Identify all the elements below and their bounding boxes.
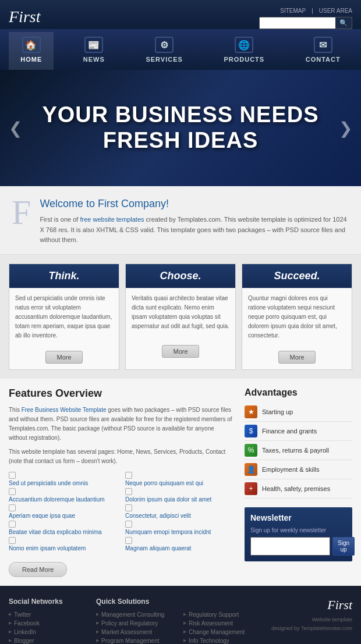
advantages-section: Advantages ★ Starting up $ Finance and g… xyxy=(245,387,352,499)
footer-col3-list: Regulatory Support Risk Assessment Chang… xyxy=(183,611,265,644)
sitemap-link[interactable]: SITEMAP xyxy=(280,8,306,14)
list-item: Nomo enim ipsam voluptatem xyxy=(9,537,116,552)
advantage-label: Taxes, returns & payroll xyxy=(262,447,329,454)
features-template-link[interactable]: Free Business Website Template xyxy=(22,407,107,413)
health-icon: + xyxy=(245,482,257,495)
features-list: Sed ut perspiciatis unde omnis Neque por… xyxy=(9,472,233,552)
nav-services[interactable]: ⚙ SERVICES xyxy=(134,32,194,70)
nav-services-label: SERVICES xyxy=(146,56,182,63)
newsletter-email-input[interactable] xyxy=(250,537,330,556)
header: First SITEMAP | USER AREA 🔍 xyxy=(0,0,361,29)
box-succeed-footer: More xyxy=(242,346,352,369)
list-item: Consectetur, adipisci velit xyxy=(125,504,233,519)
advantage-item: + Health, safety, premises xyxy=(245,479,352,499)
list-item: Dolorim ipsum quia dolor sit amet xyxy=(125,488,233,503)
welcome-content: Welcome to First Company! First is one o… xyxy=(40,198,349,245)
box-succeed-header: Succeed. xyxy=(242,264,352,288)
newsletter-body: Sign up for weekly newsletter xyxy=(250,527,346,533)
list-item: Market Assessment xyxy=(96,629,178,635)
search-button[interactable]: 🔍 xyxy=(335,17,352,29)
newsletter-form: Sign up xyxy=(250,537,346,556)
box-choose-footer: More xyxy=(126,340,235,364)
list-item: Info Technology xyxy=(183,638,265,644)
nav-home[interactable]: 🏠 HOME xyxy=(9,32,54,70)
welcome-decorative-letter: F xyxy=(12,195,31,230)
list-item: Risk Assessment xyxy=(183,620,265,627)
user-area-link[interactable]: USER AREA xyxy=(319,8,352,14)
list-item: Management Consulting xyxy=(96,611,178,618)
list-item: Twitter xyxy=(9,611,90,618)
hero-text: YOUR BUSINESS NEEDS FRESH IDEAS xyxy=(42,102,318,153)
box-think-more-button[interactable]: More xyxy=(45,351,82,364)
starting-up-icon: ★ xyxy=(245,405,257,418)
contact-icon: ✉ xyxy=(314,37,332,53)
footer-quick-title: Quick Solutions xyxy=(96,597,178,606)
list-item: Neque porro quisquam est qui xyxy=(125,472,233,486)
advantage-label: Health, safety, premises xyxy=(262,485,330,492)
read-more-button[interactable]: Read More xyxy=(9,562,67,577)
template-monster-link[interactable]: designed by TemplateMonster.com xyxy=(271,625,352,631)
list-item: Policy and Regulatory xyxy=(96,620,178,627)
box-think-footer: More xyxy=(9,346,119,369)
finance-icon: $ xyxy=(245,425,257,437)
box-think: Think. Sed ut perspiciatis unde omnis is… xyxy=(9,264,119,370)
box-choose: Choose. Veritatis quasi architecto beata… xyxy=(125,264,236,370)
footer: Social Networks Twitter Facebook LinkedI… xyxy=(0,586,361,644)
welcome-title: Welcome to First Company! xyxy=(40,198,349,210)
newsletter-section: Newsletter Sign up for weekly newsletter… xyxy=(245,507,352,561)
list-item: Numquam emopi tempora incidnt xyxy=(125,521,233,535)
linkedin-link[interactable]: LinkedIn xyxy=(14,629,36,635)
features-title: Features Overview xyxy=(9,387,233,400)
list-item: Sed ut perspiciatis unde omnis xyxy=(9,472,116,486)
nav-products-label: PRODUCTS xyxy=(224,56,264,63)
footer-quick-list: Management Consulting Policy and Regulat… xyxy=(96,611,178,644)
blogger-link[interactable]: Blogger xyxy=(14,638,34,644)
features-para1: This Free Business Website Template goes… xyxy=(9,405,233,443)
list-item: Regulatory Support xyxy=(183,611,265,618)
logo[interactable]: First xyxy=(9,5,40,29)
box-succeed: Succeed. Quuntur magni dolores eos qui r… xyxy=(242,264,352,370)
box-succeed-body: Quuntur magni dolores eos qui ratione vo… xyxy=(242,288,352,346)
advantage-label: Starting up xyxy=(262,408,293,415)
newsletter-signup-button[interactable]: Sign up xyxy=(332,537,355,556)
list-item: Beatae vitae dicta explicabo minima xyxy=(9,521,116,535)
list-item: Magnam aliquam quaerat xyxy=(125,537,233,552)
advantage-label: Employment & skills xyxy=(262,466,319,473)
welcome-section: F Welcome to First Company! First is one… xyxy=(0,186,361,255)
box-succeed-more-button[interactable]: More xyxy=(278,351,315,364)
twitter-link[interactable]: Twitter xyxy=(14,611,31,618)
advantages-title: Advantages xyxy=(245,387,352,398)
advantage-label: Finance and grants xyxy=(262,428,317,435)
hero-next-button[interactable]: ❯ xyxy=(333,113,358,144)
main-content: Features Overview This Free Business Web… xyxy=(0,379,361,586)
facebook-link[interactable]: Facebook xyxy=(14,620,40,627)
advantage-item: $ Finance and grants xyxy=(245,422,352,441)
list-item: LinkedIn xyxy=(9,629,90,635)
home-icon: 🏠 xyxy=(22,37,41,53)
header-links: SITEMAP | USER AREA xyxy=(280,8,352,14)
search-input[interactable] xyxy=(260,17,335,29)
nav-news-label: NEWS xyxy=(83,56,105,63)
features-section: Features Overview This Free Business Web… xyxy=(9,387,245,577)
box-choose-body: Veritatis quasi architecto beatae vitae … xyxy=(126,288,235,340)
free-templates-link[interactable]: free website templates xyxy=(80,216,144,223)
nav-contact[interactable]: ✉ CONTACT xyxy=(294,32,352,70)
list-item: Accusantium doloremque laudantium xyxy=(9,488,116,503)
advantage-item: 👤 Employment & skills xyxy=(245,460,352,479)
nav-products[interactable]: 🌐 PRODUCTS xyxy=(212,32,276,70)
hero-banner: ❮ YOUR BUSINESS NEEDS FRESH IDEAS ❯ xyxy=(0,70,361,186)
welcome-body: First is one of free website templates c… xyxy=(40,215,349,245)
hero-line1: YOUR BUSINESS NEEDS xyxy=(42,102,318,127)
hero-line2: FRESH IDEAS xyxy=(103,128,258,152)
box-think-body: Sed ut perspiciatis unde omnis iste natu… xyxy=(9,288,119,346)
news-icon: 📰 xyxy=(84,37,103,53)
sidebar: Advantages ★ Starting up $ Finance and g… xyxy=(245,387,352,577)
welcome-company-link[interactable]: First Company xyxy=(98,198,166,209)
nav-news[interactable]: 📰 NEWS xyxy=(72,32,116,70)
nav-contact-label: CONTACT xyxy=(306,56,341,63)
box-choose-more-button[interactable]: More xyxy=(162,345,199,358)
list-item: Program Management xyxy=(96,638,178,644)
footer-logo: First xyxy=(271,597,352,613)
employment-icon: 👤 xyxy=(245,463,257,476)
hero-prev-button[interactable]: ❮ xyxy=(3,113,28,144)
